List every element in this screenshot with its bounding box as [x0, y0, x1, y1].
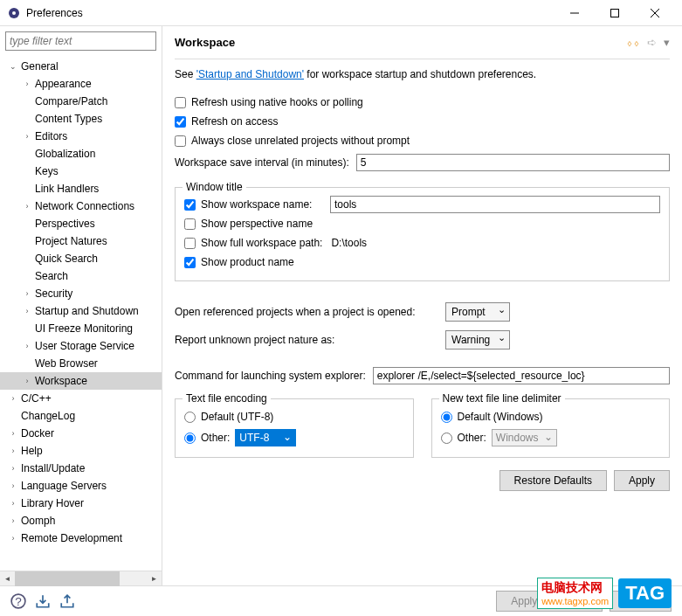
- delimiter-other-select[interactable]: Windows: [492, 429, 557, 446]
- export-icon[interactable]: [59, 593, 75, 609]
- tree-item[interactable]: Keys: [0, 163, 162, 180]
- tree-item-label: Install/Update: [19, 462, 85, 474]
- tree-item[interactable]: Search: [0, 267, 162, 285]
- chevron-right-icon[interactable]: ›: [21, 132, 33, 141]
- chevron-right-icon[interactable]: ›: [7, 534, 19, 543]
- chevron-right-icon[interactable]: ›: [21, 80, 33, 88]
- tree-item[interactable]: Compare/Patch: [0, 93, 162, 110]
- encoding-default-radio[interactable]: [184, 412, 196, 423]
- tree-item[interactable]: Link Handlers: [0, 180, 162, 197]
- tree-item[interactable]: ›Oomph: [0, 512, 162, 529]
- footer: ? Apply and Close Cancel: [0, 585, 682, 616]
- show-product-checkbox[interactable]: [184, 257, 196, 268]
- filter-input[interactable]: [5, 31, 156, 51]
- explorer-input[interactable]: [373, 367, 670, 384]
- chevron-right-icon[interactable]: ›: [7, 446, 19, 455]
- ws-name-input[interactable]: [330, 196, 660, 213]
- maximize-button[interactable]: [595, 0, 635, 26]
- chevron-right-icon[interactable]: ›: [7, 464, 19, 473]
- horizontal-scrollbar[interactable]: ◄ ►: [0, 571, 162, 585]
- tree-item[interactable]: Web Browser: [0, 355, 162, 372]
- tree-item[interactable]: ChangeLog: [0, 407, 162, 425]
- encoding-other-radio[interactable]: [184, 433, 196, 444]
- encoding-default-label: Default (UTF-8): [201, 411, 273, 423]
- report-nature-select[interactable]: Warning: [445, 330, 510, 350]
- minimize-button[interactable]: [555, 0, 595, 26]
- apply-button[interactable]: Apply: [614, 470, 670, 491]
- delimiter-other-radio[interactable]: [441, 433, 452, 444]
- refresh-access-checkbox[interactable]: [175, 116, 186, 128]
- tree-item[interactable]: ›Docker: [0, 425, 162, 442]
- chevron-right-icon[interactable]: ›: [7, 429, 19, 438]
- tree-item[interactable]: ›Remote Development: [0, 529, 162, 547]
- tree-item[interactable]: ›Appearance: [0, 75, 162, 93]
- chevron-right-icon[interactable]: ›: [7, 481, 19, 490]
- open-ref-value: Prompt: [451, 306, 486, 318]
- chevron-right-icon[interactable]: ›: [21, 377, 33, 385]
- tree-item[interactable]: ›User Storage Service: [0, 337, 162, 355]
- chevron-right-icon[interactable]: ›: [21, 202, 33, 211]
- chevron-right-icon[interactable]: ›: [21, 289, 33, 298]
- scroll-right-icon[interactable]: ►: [147, 571, 162, 586]
- save-interval-input[interactable]: [356, 154, 670, 171]
- tree-item[interactable]: UI Freeze Monitoring: [0, 320, 162, 337]
- tree-item[interactable]: ›Security: [0, 285, 162, 302]
- chevron-right-icon[interactable]: ›: [7, 499, 19, 508]
- nav-forward-icon[interactable]: ➪: [647, 36, 657, 49]
- chevron-right-icon[interactable]: ›: [21, 342, 33, 350]
- tree-item[interactable]: ›Editors: [0, 128, 162, 145]
- nav-menu-icon[interactable]: ▾: [664, 36, 670, 49]
- show-ws-name-checkbox[interactable]: [184, 199, 196, 211]
- tree-item[interactable]: ›Help: [0, 442, 162, 460]
- restore-defaults-button[interactable]: Restore Defaults: [499, 470, 607, 491]
- chevron-down-icon[interactable]: ⌄: [7, 62, 19, 71]
- tree-item[interactable]: ›Library Hover: [0, 495, 162, 512]
- tree-item[interactable]: Quick Search: [0, 250, 162, 267]
- desc-prefix: See: [175, 68, 196, 80]
- open-ref-select[interactable]: Prompt: [445, 302, 510, 322]
- chevron-right-icon[interactable]: ›: [7, 516, 19, 525]
- chevron-right-icon[interactable]: ›: [7, 394, 19, 403]
- tree-item[interactable]: ›Network Connections: [0, 197, 162, 215]
- chevron-right-icon[interactable]: ›: [21, 307, 33, 315]
- delimiter-legend: New text file line delimiter: [439, 392, 565, 405]
- close-button[interactable]: [635, 0, 675, 26]
- tree-item[interactable]: ›Install/Update: [0, 460, 162, 477]
- sidebar: ⌄General›AppearanceCompare/PatchContent …: [0, 26, 162, 585]
- encoding-other-select[interactable]: UTF-8: [235, 429, 296, 446]
- tree-item[interactable]: Project Natures: [0, 232, 162, 250]
- import-icon[interactable]: [35, 593, 51, 609]
- scroll-left-icon[interactable]: ◄: [0, 571, 15, 586]
- tree-item[interactable]: ›Workspace: [0, 372, 162, 390]
- apply-close-button[interactable]: Apply and Close: [496, 591, 602, 612]
- help-icon[interactable]: ?: [10, 593, 26, 609]
- tree-item[interactable]: Content Types: [0, 110, 162, 128]
- tree-item[interactable]: Perspectives: [0, 215, 162, 232]
- report-nature-value: Warning: [451, 334, 490, 346]
- tree-item[interactable]: Globalization: [0, 145, 162, 163]
- tree-item[interactable]: ⌄General: [0, 58, 162, 75]
- show-full-path-checkbox[interactable]: [184, 238, 196, 249]
- preferences-tree[interactable]: ⌄General›AppearanceCompare/PatchContent …: [0, 56, 162, 571]
- tree-item-label: Keys: [33, 165, 59, 177]
- tree-item-label: Network Connections: [33, 200, 134, 212]
- scrollbar-thumb[interactable]: [15, 571, 120, 586]
- cancel-button[interactable]: Cancel: [610, 591, 672, 612]
- startup-shutdown-link[interactable]: 'Startup and Shutdown': [196, 68, 304, 80]
- refresh-native-checkbox[interactable]: [175, 97, 186, 108]
- tree-item-label: UI Freeze Monitoring: [33, 322, 133, 335]
- always-close-checkbox[interactable]: [175, 135, 186, 147]
- svg-point-1: [12, 11, 16, 15]
- tree-item-label: Editors: [33, 130, 67, 142]
- show-persp-checkbox[interactable]: [184, 218, 196, 230]
- delimiter-default-radio[interactable]: [441, 412, 452, 423]
- tree-item[interactable]: ›Startup and Shutdown: [0, 302, 162, 320]
- tree-item-label: Startup and Shutdown: [33, 305, 139, 317]
- tree-item[interactable]: ›Language Servers: [0, 477, 162, 495]
- delimiter-default-label: Default (Windows): [458, 411, 543, 423]
- window-title-group: Window title Show workspace name: Show p…: [175, 187, 670, 281]
- tree-item[interactable]: ›C/C++: [0, 390, 162, 407]
- nav-back-icon[interactable]: ⬨⬨: [626, 36, 640, 49]
- window-title-legend: Window title: [183, 181, 246, 193]
- refresh-native-label: Refresh using native hooks or polling: [191, 96, 363, 108]
